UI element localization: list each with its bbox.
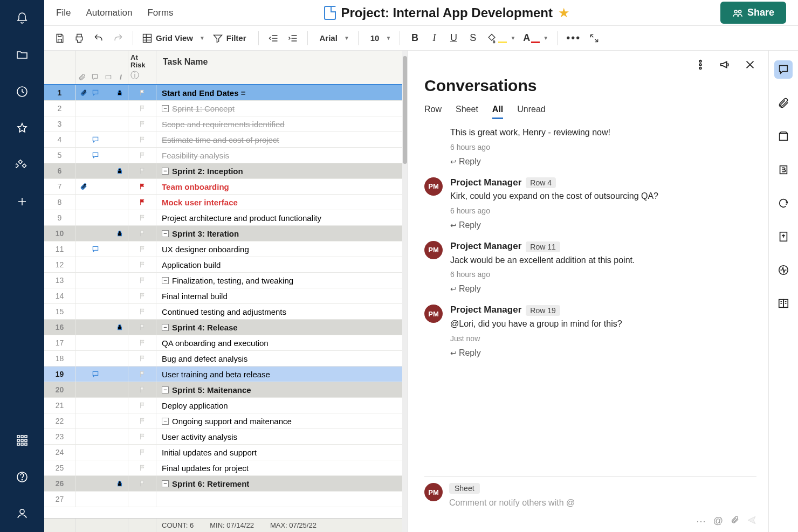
risk-cell[interactable] — [128, 257, 156, 272]
grid-row[interactable]: 10 −Sprint 3: Iteration — [44, 226, 408, 241]
task-cell[interactable]: Initial updates and support — [156, 445, 408, 460]
message-row-chip[interactable]: Row 11 — [526, 241, 560, 252]
risk-cell[interactable] — [128, 288, 156, 303]
menu-forms[interactable]: Forms — [147, 8, 173, 18]
task-cell[interactable]: User training and beta release — [156, 367, 408, 382]
row-number[interactable]: 19 — [44, 367, 75, 382]
proofs-rail-icon[interactable] — [774, 127, 793, 146]
message-row-chip[interactable]: Row 19 — [526, 305, 560, 316]
grid-row[interactable]: 18 Bug and defect analysis — [44, 351, 408, 367]
task-cell[interactable]: Scope and requirements identified — [156, 116, 408, 132]
folder-icon[interactable] — [15, 47, 30, 63]
risk-cell[interactable] — [128, 382, 156, 397]
grid-view-button[interactable]: Grid View▼ — [140, 30, 207, 46]
grid-row[interactable]: 25 Final updates for project — [44, 460, 408, 476]
text-color-icon[interactable]: A▼ — [521, 30, 551, 46]
task-cell[interactable]: Team onboarding — [156, 179, 408, 194]
grid-row[interactable]: 23 User activity analysis — [44, 429, 408, 445]
task-cell[interactable]: User activity analysis — [156, 429, 408, 444]
risk-cell[interactable] — [128, 304, 156, 319]
grid-row[interactable]: 16 −Sprint 4: Release — [44, 320, 408, 335]
task-cell[interactable]: Feasibility analysis — [156, 148, 408, 163]
row-number[interactable]: 12 — [44, 257, 75, 272]
add-icon[interactable] — [15, 194, 30, 209]
print-icon[interactable] — [71, 30, 87, 46]
task-cell[interactable]: −Ongoing support and maitenance — [156, 413, 408, 429]
grid-row[interactable]: 8 Mock user interface — [44, 195, 408, 210]
attachments-rail-icon[interactable] — [774, 94, 793, 112]
activity-rail-icon[interactable] — [774, 261, 793, 279]
grid-row[interactable]: 17 QA onboarding and execution — [44, 335, 408, 351]
compose-send-icon[interactable] — [747, 515, 756, 528]
compose-scope-chip[interactable]: Sheet — [449, 483, 480, 494]
tab-all[interactable]: All — [492, 105, 503, 119]
grid-row[interactable]: 26 −Sprint 6: Retirement — [44, 476, 408, 492]
grid-row[interactable]: 24 Initial updates and support — [44, 445, 408, 460]
row-number[interactable]: 15 — [44, 304, 75, 319]
risk-cell[interactable] — [128, 476, 156, 491]
grid-row[interactable]: 1 Start and End Dates = — [44, 85, 408, 101]
row-number[interactable]: 4 — [44, 132, 75, 147]
reply-button[interactable]: Reply — [450, 348, 756, 358]
outdent-icon[interactable] — [265, 30, 281, 46]
task-cell[interactable]: −Finalization, testing, and tweaking — [156, 273, 408, 288]
italic-icon[interactable]: I — [426, 30, 442, 46]
row-number[interactable]: 1 — [44, 85, 75, 100]
task-cell[interactable]: Start and End Dates = — [156, 85, 408, 100]
row-number[interactable]: 13 — [44, 273, 75, 288]
grid-row[interactable]: 19 User training and beta release — [44, 367, 408, 382]
task-cell[interactable]: Mock user interface — [156, 195, 408, 210]
risk-cell[interactable] — [128, 148, 156, 163]
row-number[interactable]: 5 — [44, 148, 75, 163]
grid-row[interactable]: 20 −Sprint 5: Maitenance — [44, 382, 408, 398]
risk-cell[interactable] — [128, 195, 156, 210]
tab-unread[interactable]: Unread — [517, 105, 545, 119]
brandfolder-rail-icon[interactable] — [774, 161, 793, 179]
favorites-icon[interactable] — [15, 121, 30, 136]
update-requests-rail-icon[interactable] — [774, 194, 793, 212]
compose-mention-icon[interactable]: @ — [713, 515, 723, 528]
filter-button[interactable]: Filter — [210, 30, 252, 46]
risk-cell[interactable] — [128, 351, 156, 366]
task-cell[interactable]: −Sprint 2: Inception — [156, 163, 408, 178]
compose-area[interactable]: PM Sheet Comment or notify others with @ — [424, 476, 756, 513]
redo-icon[interactable] — [110, 30, 126, 46]
grid-row[interactable]: 9 Project architecture and product funct… — [44, 210, 408, 226]
summary-rail-icon[interactable] — [774, 294, 793, 313]
menu-automation[interactable]: Automation — [86, 8, 132, 18]
risk-cell[interactable] — [128, 85, 156, 100]
share-button[interactable]: Share — [720, 2, 786, 24]
risk-cell[interactable] — [128, 163, 156, 178]
grid-row[interactable]: 3 Scope and requirements identified — [44, 116, 408, 132]
compose-more-icon[interactable]: ⋯ — [696, 515, 706, 528]
row-number[interactable]: 14 — [44, 288, 75, 303]
risk-cell[interactable] — [128, 413, 156, 429]
grid-row[interactable]: 13 −Finalization, testing, and tweaking — [44, 273, 408, 288]
expand-icon[interactable] — [586, 30, 602, 46]
task-cell[interactable]: Application build — [156, 257, 408, 272]
row-number[interactable]: 17 — [44, 335, 75, 350]
grid-row[interactable]: 11 UX designer onboarding — [44, 241, 408, 257]
help-icon[interactable] — [15, 469, 30, 485]
bold-icon[interactable]: B — [407, 30, 423, 46]
grid-row[interactable]: 22 −Ongoing support and maitenance — [44, 413, 408, 429]
row-number[interactable]: 11 — [44, 241, 75, 257]
message-row-chip[interactable]: Row 4 — [526, 177, 556, 188]
grid-row[interactable]: 6 −Sprint 2: Inception — [44, 163, 408, 179]
task-cell[interactable]: Estimate time and cost of project — [156, 132, 408, 147]
row-number[interactable]: 23 — [44, 429, 75, 444]
favorite-star-icon[interactable]: ★ — [558, 5, 570, 20]
font-size-select[interactable]: 10▼ — [365, 30, 394, 46]
tab-sheet[interactable]: Sheet — [456, 105, 478, 119]
risk-cell[interactable] — [128, 320, 156, 335]
risk-cell[interactable] — [128, 429, 156, 444]
grid-row[interactable]: 27 — [44, 492, 408, 507]
publish-rail-icon[interactable] — [774, 227, 793, 246]
risk-cell[interactable] — [128, 398, 156, 413]
grid-row[interactable]: 2 −Sprint 1: Concept — [44, 101, 408, 116]
account-icon[interactable] — [15, 506, 30, 521]
task-cell[interactable]: −Sprint 6: Retirement — [156, 476, 408, 491]
risk-cell[interactable] — [128, 179, 156, 194]
reply-button[interactable]: Reply — [450, 284, 756, 294]
task-cell[interactable]: −Sprint 5: Maitenance — [156, 382, 408, 397]
